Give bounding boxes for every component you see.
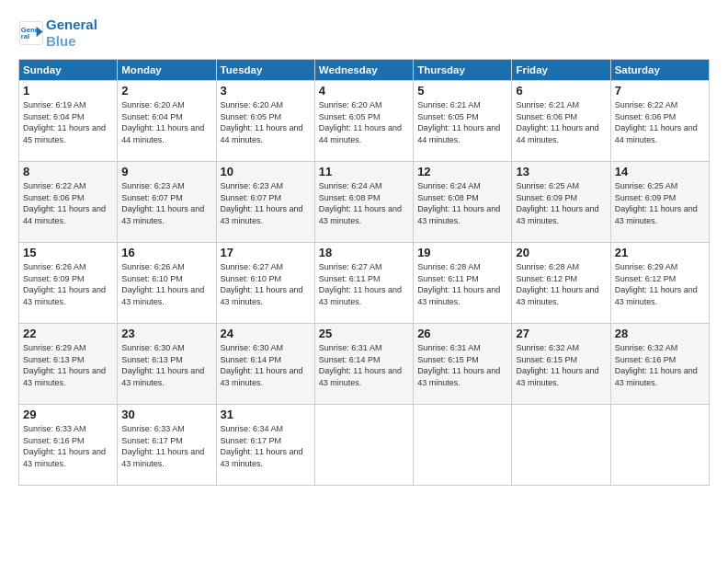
weekday-header: Sunday [19,60,118,81]
logo: Gene- ral GeneralBlue [18,17,97,50]
calendar-cell: 24 Sunrise: 6:30 AMSunset: 6:14 PMDaylig… [216,324,314,405]
calendar-cell: 27 Sunrise: 6:32 AMSunset: 6:15 PMDaylig… [512,324,610,405]
day-number: 30 [121,408,211,421]
calendar-cell: 9 Sunrise: 6:23 AMSunset: 6:07 PMDayligh… [118,162,216,243]
calendar-cell: 6 Sunrise: 6:21 AMSunset: 6:06 PMDayligh… [512,81,610,162]
day-number: 31 [221,408,311,421]
day-info: Sunrise: 6:23 AMSunset: 6:07 PMDaylight:… [121,180,211,226]
day-info: Sunrise: 6:29 AMSunset: 6:12 PMDaylight:… [615,261,705,307]
page: Gene- ral GeneralBlue SundayMondayTuesda… [0,0,728,563]
day-number: 17 [221,246,311,259]
header: Gene- ral GeneralBlue [18,17,710,50]
calendar-cell: 15 Sunrise: 6:26 AMSunset: 6:09 PMDaylig… [19,243,118,324]
day-info: Sunrise: 6:22 AMSunset: 6:06 PMDaylight:… [615,99,705,145]
calendar-cell: 19 Sunrise: 6:28 AMSunset: 6:11 PMDaylig… [414,243,512,324]
day-info: Sunrise: 6:31 AMSunset: 6:15 PMDaylight:… [417,342,507,388]
day-number: 24 [221,327,311,340]
logo-text: GeneralBlue [46,17,97,50]
calendar-cell: 17 Sunrise: 6:27 AMSunset: 6:10 PMDaylig… [216,243,314,324]
day-number: 14 [615,165,705,178]
day-info: Sunrise: 6:28 AMSunset: 6:11 PMDaylight:… [417,261,507,307]
day-number: 25 [319,327,409,340]
day-info: Sunrise: 6:19 AMSunset: 6:04 PMDaylight:… [23,99,113,145]
day-info: Sunrise: 6:26 AMSunset: 6:10 PMDaylight:… [121,261,211,307]
day-number: 26 [417,327,507,340]
day-info: Sunrise: 6:34 AMSunset: 6:17 PMDaylight:… [221,423,311,469]
day-number: 11 [319,165,409,178]
day-number: 3 [221,84,311,98]
day-info: Sunrise: 6:24 AMSunset: 6:08 PMDaylight:… [319,180,409,226]
calendar-cell: 16 Sunrise: 6:26 AMSunset: 6:10 PMDaylig… [118,243,216,324]
day-info: Sunrise: 6:23 AMSunset: 6:07 PMDaylight:… [221,180,311,226]
weekday-header: Thursday [414,60,512,81]
day-number: 9 [121,165,211,178]
calendar-cell: 14 Sunrise: 6:25 AMSunset: 6:09 PMDaylig… [610,162,709,243]
calendar-week-row: 29 Sunrise: 6:33 AMSunset: 6:16 PMDaylig… [19,405,710,486]
day-info: Sunrise: 6:31 AMSunset: 6:14 PMDaylight:… [319,342,409,388]
calendar-cell [610,405,709,486]
day-info: Sunrise: 6:27 AMSunset: 6:11 PMDaylight:… [319,261,409,307]
day-info: Sunrise: 6:32 AMSunset: 6:16 PMDaylight:… [615,342,705,388]
calendar-cell: 30 Sunrise: 6:33 AMSunset: 6:17 PMDaylig… [118,405,216,486]
calendar-cell: 26 Sunrise: 6:31 AMSunset: 6:15 PMDaylig… [414,324,512,405]
day-number: 8 [23,165,113,178]
day-number: 5 [417,84,507,98]
calendar-cell: 13 Sunrise: 6:25 AMSunset: 6:09 PMDaylig… [512,162,610,243]
day-number: 12 [417,165,507,178]
calendar-cell: 11 Sunrise: 6:24 AMSunset: 6:08 PMDaylig… [314,162,413,243]
calendar-week-row: 1 Sunrise: 6:19 AMSunset: 6:04 PMDayligh… [19,81,710,162]
calendar-cell: 21 Sunrise: 6:29 AMSunset: 6:12 PMDaylig… [610,243,709,324]
calendar-cell: 3 Sunrise: 6:20 AMSunset: 6:05 PMDayligh… [216,81,314,162]
calendar-cell [414,405,512,486]
day-info: Sunrise: 6:32 AMSunset: 6:15 PMDaylight:… [516,342,606,388]
day-number: 15 [23,246,113,259]
calendar-cell [314,405,413,486]
day-number: 16 [121,246,211,259]
weekday-header: Wednesday [314,60,413,81]
day-info: Sunrise: 6:21 AMSunset: 6:06 PMDaylight:… [516,99,606,145]
weekday-header: Tuesday [216,60,314,81]
calendar-cell: 22 Sunrise: 6:29 AMSunset: 6:13 PMDaylig… [19,324,118,405]
day-info: Sunrise: 6:30 AMSunset: 6:13 PMDaylight:… [121,342,211,388]
calendar-cell: 29 Sunrise: 6:33 AMSunset: 6:16 PMDaylig… [19,405,118,486]
day-number: 6 [516,84,606,98]
calendar-cell: 4 Sunrise: 6:20 AMSunset: 6:05 PMDayligh… [314,81,413,162]
day-number: 1 [23,84,113,98]
day-number: 18 [319,246,409,259]
svg-text:ral: ral [21,32,29,40]
calendar: SundayMondayTuesdayWednesdayThursdayFrid… [18,59,710,486]
calendar-week-row: 22 Sunrise: 6:29 AMSunset: 6:13 PMDaylig… [19,324,710,405]
calendar-cell: 10 Sunrise: 6:23 AMSunset: 6:07 PMDaylig… [216,162,314,243]
day-number: 2 [121,84,211,98]
day-number: 27 [516,327,606,340]
weekday-header: Friday [512,60,610,81]
day-number: 20 [516,246,606,259]
calendar-cell [512,405,610,486]
day-number: 21 [615,246,705,259]
day-number: 4 [319,84,409,98]
calendar-cell: 1 Sunrise: 6:19 AMSunset: 6:04 PMDayligh… [19,81,118,162]
day-info: Sunrise: 6:29 AMSunset: 6:13 PMDaylight:… [23,342,113,388]
day-info: Sunrise: 6:25 AMSunset: 6:09 PMDaylight:… [615,180,705,226]
day-info: Sunrise: 6:33 AMSunset: 6:16 PMDaylight:… [23,423,113,469]
weekday-header: Monday [118,60,216,81]
day-info: Sunrise: 6:33 AMSunset: 6:17 PMDaylight:… [121,423,211,469]
calendar-cell: 2 Sunrise: 6:20 AMSunset: 6:04 PMDayligh… [118,81,216,162]
calendar-week-row: 8 Sunrise: 6:22 AMSunset: 6:06 PMDayligh… [19,162,710,243]
day-number: 28 [615,327,705,340]
day-number: 23 [121,327,211,340]
calendar-cell: 7 Sunrise: 6:22 AMSunset: 6:06 PMDayligh… [610,81,709,162]
day-info: Sunrise: 6:27 AMSunset: 6:10 PMDaylight:… [221,261,311,307]
calendar-cell: 12 Sunrise: 6:24 AMSunset: 6:08 PMDaylig… [414,162,512,243]
day-number: 10 [221,165,311,178]
day-info: Sunrise: 6:30 AMSunset: 6:14 PMDaylight:… [221,342,311,388]
calendar-cell: 18 Sunrise: 6:27 AMSunset: 6:11 PMDaylig… [314,243,413,324]
calendar-week-row: 15 Sunrise: 6:26 AMSunset: 6:09 PMDaylig… [19,243,710,324]
day-number: 29 [23,408,113,421]
calendar-cell: 25 Sunrise: 6:31 AMSunset: 6:14 PMDaylig… [314,324,413,405]
calendar-cell: 23 Sunrise: 6:30 AMSunset: 6:13 PMDaylig… [118,324,216,405]
day-info: Sunrise: 6:25 AMSunset: 6:09 PMDaylight:… [516,180,606,226]
day-info: Sunrise: 6:28 AMSunset: 6:12 PMDaylight:… [516,261,606,307]
day-number: 7 [615,84,705,98]
day-info: Sunrise: 6:21 AMSunset: 6:05 PMDaylight:… [417,99,507,145]
